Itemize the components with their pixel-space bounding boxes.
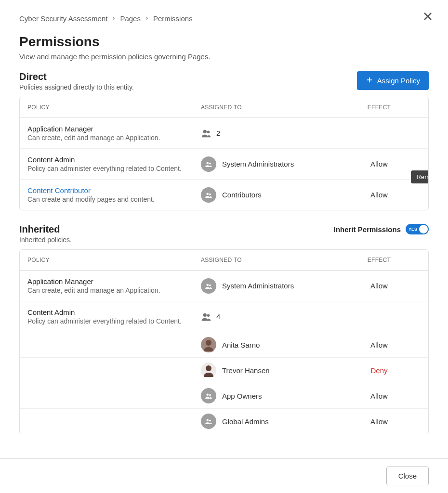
table-subrow: Global Admins Allow	[20, 409, 428, 434]
svg-point-15	[207, 314, 210, 317]
effect-value: Deny	[350, 366, 408, 375]
policy-desc: Can create, edit and manage an Applicati…	[27, 286, 201, 294]
svg-point-4	[203, 130, 207, 133]
inherited-section-title: Inherited	[19, 224, 72, 235]
column-header-policy: POLICY	[27, 257, 201, 263]
assigned-group: Contributors	[222, 191, 262, 199]
chevron-up-icon[interactable]	[427, 311, 429, 322]
policy-name: Content Admin	[27, 308, 201, 316]
group-icon	[201, 388, 216, 403]
assign-policy-button[interactable]: Assign Policy	[357, 71, 429, 90]
column-header-assigned-to: ASSIGNED TO	[201, 104, 350, 111]
svg-point-9	[209, 193, 211, 195]
policy-name: Application Manager	[27, 125, 201, 133]
page-title: Permissions	[19, 34, 429, 50]
svg-point-17	[206, 365, 211, 371]
column-header-policy: POLICY	[27, 104, 201, 111]
group-icon	[201, 187, 216, 203]
close-button[interactable]: Close	[386, 467, 429, 485]
table-subrow: Anita Sarno Allow	[20, 332, 428, 358]
breadcrumb: Cyber Security Assessment Pages Permissi…	[19, 14, 429, 23]
svg-point-18	[207, 394, 209, 396]
effect-value: Allow	[350, 282, 408, 290]
column-header-effect: EFFECT	[350, 257, 408, 263]
policy-name: Content Admin	[27, 156, 201, 164]
svg-point-16	[206, 340, 211, 346]
svg-point-20	[207, 419, 209, 422]
group-icon	[201, 156, 216, 172]
table-subrow: App Owners Allow	[20, 383, 428, 409]
table-subrow: Trevor Hansen Deny	[20, 358, 428, 383]
table-row: Content Admin Policy can administer ever…	[20, 149, 428, 180]
breadcrumb-item[interactable]: Cyber Security Assessment	[19, 14, 107, 23]
effect-value: Allow	[350, 191, 408, 199]
table-row: Application Manager Can create, edit and…	[20, 271, 428, 301]
effect-value: Allow	[350, 341, 408, 349]
svg-point-19	[209, 394, 211, 396]
table-row: Content Contributor Can create and modif…	[20, 180, 428, 210]
svg-point-14	[203, 313, 207, 316]
assigned-group: App Owners	[222, 392, 262, 400]
svg-point-7	[209, 162, 211, 164]
assigned-count: 2	[216, 129, 220, 137]
chevron-right-icon	[111, 15, 116, 22]
column-header-effect: EFFECT	[350, 104, 408, 111]
avatar	[201, 363, 216, 378]
inherit-permissions-label: Inherit Permissions	[334, 225, 401, 234]
effect-value: Allow	[350, 417, 408, 426]
avatar	[201, 337, 216, 352]
dialog-footer: Close	[0, 458, 448, 493]
policy-name: Application Manager	[27, 277, 201, 285]
svg-point-5	[207, 130, 210, 133]
group-icon	[201, 414, 216, 429]
effect-value: Allow	[350, 160, 408, 168]
chevron-right-icon	[145, 15, 149, 22]
group-icon	[201, 278, 216, 294]
remove-tooltip: Remove	[411, 170, 429, 183]
inherited-policies-table: POLICY ASSIGNED TO EFFECT Application Ma…	[19, 249, 429, 434]
direct-section-title: Direct	[19, 71, 134, 82]
close-icon[interactable]	[422, 11, 435, 24]
table-row: Application Manager Can create, edit and…	[20, 118, 428, 149]
policy-desc: Policy can administer everything related…	[27, 317, 201, 325]
policy-desc: Can create and modify pages and content.	[27, 195, 201, 203]
table-row: Content Admin Policy can administer ever…	[20, 301, 428, 332]
policy-desc: Policy can administer everything related…	[27, 165, 201, 172]
assigned-user: Trevor Hansen	[222, 366, 270, 375]
assigned-group: System Administrators	[222, 282, 294, 290]
svg-point-21	[209, 420, 211, 422]
effect-value: Allow	[350, 392, 408, 400]
inherited-section-subtitle: Inherited policies.	[19, 236, 72, 244]
direct-section-subtitle: Policies assigned directly to this entit…	[19, 83, 134, 91]
svg-point-8	[207, 193, 209, 195]
chevron-down-icon[interactable]	[427, 128, 429, 139]
svg-point-12	[207, 284, 209, 286]
people-icon: 4	[201, 311, 220, 322]
breadcrumb-item: Permissions	[153, 14, 193, 23]
breadcrumb-item[interactable]: Pages	[120, 14, 141, 23]
inherit-permissions-toggle[interactable]: YES	[406, 224, 429, 234]
page-subtitle: View and manage the permission policies …	[19, 52, 429, 61]
policy-desc: Can create, edit and manage an Applicati…	[27, 134, 201, 142]
assigned-count: 4	[216, 312, 220, 321]
column-header-assigned-to: ASSIGNED TO	[201, 257, 350, 263]
trash-icon[interactable]: Remove	[428, 190, 429, 200]
people-icon: 2	[201, 128, 220, 139]
assigned-group: Global Admins	[222, 417, 269, 426]
svg-point-6	[207, 162, 209, 164]
direct-policies-table: POLICY ASSIGNED TO EFFECT Application Ma…	[19, 97, 429, 210]
policy-name-link[interactable]: Content Contributor	[27, 186, 201, 195]
svg-point-13	[209, 284, 211, 286]
assigned-group: System Administrators	[222, 160, 294, 168]
plus-icon	[366, 76, 373, 85]
assigned-user: Anita Sarno	[222, 341, 260, 349]
